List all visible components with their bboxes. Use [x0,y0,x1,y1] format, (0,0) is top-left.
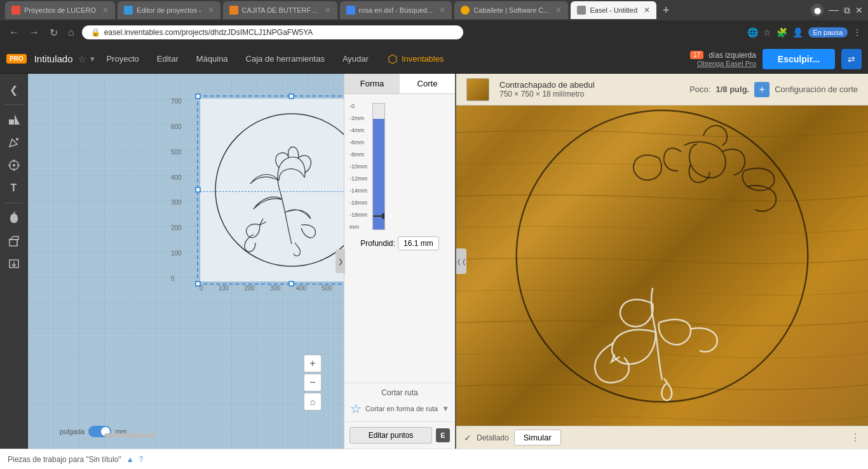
pause-button[interactable]: En pausa [808,27,848,37]
help-icon[interactable]: ? [139,455,144,464]
material-bar: Contrachapado de abedul 750 × 750 × 18 m… [456,74,868,105]
address-bar[interactable]: 🔒 easel.inventables.com/projects/dhdzJDs… [82,25,463,39]
y-label-0: 0 [171,275,182,282]
shapes-tool-btn[interactable] [3,109,25,130]
minimize-button[interactable]: — [829,4,839,16]
import-tool-btn[interactable] [3,253,25,275]
depth-indicator[interactable] [373,215,384,217]
preview-more-options-icon[interactable]: ⋮ [850,432,860,444]
browser-icon-group: 🌐 ☆ 🧩 👤 En pausa ⋮ [747,27,862,37]
tab-close[interactable]: ✕ [325,6,331,15]
project-title[interactable]: Intitulado [34,53,73,64]
svg-rect-9 [10,240,17,246]
zoom-out-button[interactable]: − [304,374,322,391]
star-icon[interactable]: ☆ [78,54,86,64]
ruler-label-6: -6mm [349,139,367,146]
tab-corte[interactable]: Corte [400,74,455,93]
pro-promo: 17 días izquierda Obtenga Easel Pro [690,51,756,67]
y-label-300: 300 [171,199,182,206]
tab-label: Proyectos de LUCERO [24,6,96,14]
new-tab-button[interactable]: + [659,4,674,17]
restore-button[interactable]: ⧉ [844,5,850,16]
target-icon [8,159,20,172]
horizontal-scrollbar[interactable] [104,433,155,437]
tab-close[interactable]: ✕ [555,6,562,15]
menu-editar[interactable]: Editar [149,50,186,67]
material-name: Contrachapado de abedul [499,80,595,90]
menu-caja[interactable]: Caja de herramientas [238,50,332,67]
tab-close[interactable]: ✕ [208,6,214,15]
target-tool-btn[interactable] [3,154,25,176]
tab-proyectos[interactable]: Proyectos de LUCERO ✕ [5,1,115,19]
cut-route-dropdown-icon[interactable]: ▼ [442,404,449,413]
tab-editor[interactable]: Editor de proyectos - ✕ [118,1,220,19]
import-icon [8,257,20,270]
back-button[interactable]: ← [6,25,22,39]
preview-bottom-bar: ✓ Detallado Simular ⋮ [456,426,868,449]
box-tool-btn[interactable] [3,230,25,252]
canvas-area[interactable]: 700 600 500 400 300 200 100 0 0 100 200 … [28,74,455,449]
menu-ayudar[interactable]: Ayudar [335,50,376,67]
home-button[interactable]: ⌂ [65,25,77,39]
tab-label: Editor de proyectos - [137,6,201,14]
svg-marker-10 [10,236,18,240]
menu-proyecto[interactable]: Proyecto [98,50,146,67]
svg-point-2 [16,138,18,140]
edit-points-button[interactable]: Editar puntos [349,427,432,444]
tab-cajita[interactable]: CAJITA DE BUTTERFLY ✕ [223,1,337,19]
forward-button[interactable]: → [27,25,42,39]
pen-tool-btn[interactable] [3,132,25,153]
panel-toggle-button[interactable]: ❯ [336,249,345,273]
profile-icon[interactable]: 👤 [792,27,803,37]
get-pro-link[interactable]: Obtenga Easel Pro [697,60,756,67]
reload-button[interactable]: ↻ [47,25,60,40]
tab-close[interactable]: ✕ [439,6,445,15]
depth-handle[interactable] [381,213,385,219]
simulate-button[interactable]: Simular [514,430,561,445]
lock-icon: 🔒 [91,28,100,37]
preview-collapse-toggle[interactable]: ❬❬ [456,248,466,274]
collapse-tool-btn[interactable]: ❮ [3,79,25,100]
menu-bar: PRO Intitulado ☆ ▼ Proyecto Editar Máqui… [0,44,868,74]
extensions-icon[interactable]: 🧩 [776,27,787,37]
ruler-label-8: -8mm [349,151,367,158]
depth-input-field[interactable] [398,236,439,250]
tab-favicon [229,6,238,15]
pro-badge: PRO [6,54,27,64]
tab-easel[interactable]: Easel - Untitled ✕ [571,1,656,19]
menu-icon[interactable]: ⋮ [853,27,862,37]
add-material-button[interactable]: + [754,82,770,97]
tab-rosa[interactable]: rosa en dxf - Búsqued... ✕ [340,1,452,19]
ruler-label-14: -14mm [349,187,367,194]
tab-caballete[interactable]: Caballete | Software C... ✕ [454,1,568,19]
dropdown-arrow-icon[interactable]: ▼ [89,55,97,64]
text-tool-btn[interactable]: T [3,177,25,199]
apple-tool-btn[interactable] [3,207,25,229]
svg-marker-1 [15,114,20,125]
bookmark-icon[interactable]: ☆ [763,27,771,37]
y-label-600: 600 [171,123,182,130]
sculpt-button[interactable]: Esculpir... [763,49,835,69]
app-container: PRO Intitulado ☆ ▼ Proyecto Editar Máqui… [0,44,868,469]
depth-ruler[interactable] [372,103,385,230]
fit-to-screen-button[interactable]: ⌂ [304,393,322,411]
y-axis-labels: 700 600 500 400 300 200 100 0 [171,98,182,282]
arrows-button[interactable]: ⇄ [841,49,862,69]
zoom-in-button[interactable]: + [304,355,322,372]
edit-points-row: Editar puntos E [344,421,455,449]
tab-favicon [11,6,20,15]
tab-label: Caballete | Software C... [473,6,549,14]
tab-favicon [124,6,133,15]
close-button[interactable]: ✕ [855,5,863,15]
days-text: días izquierda [709,51,756,60]
tab-close[interactable]: ✕ [102,6,109,15]
inventables-button[interactable]: ⬡ Inventables [381,48,451,70]
translate-icon[interactable]: 🌐 [747,27,758,37]
menu-maquina[interactable]: Máquina [189,50,236,67]
tab-close[interactable]: ✕ [644,6,650,15]
tab-forma[interactable]: Forma [344,74,400,93]
x-label-300: 300 [270,285,281,292]
expand-icon[interactable]: ▲ [126,455,134,464]
cast-icon[interactable]: ⬤ [811,4,824,17]
tab-label: Easel - Untitled [590,6,637,14]
